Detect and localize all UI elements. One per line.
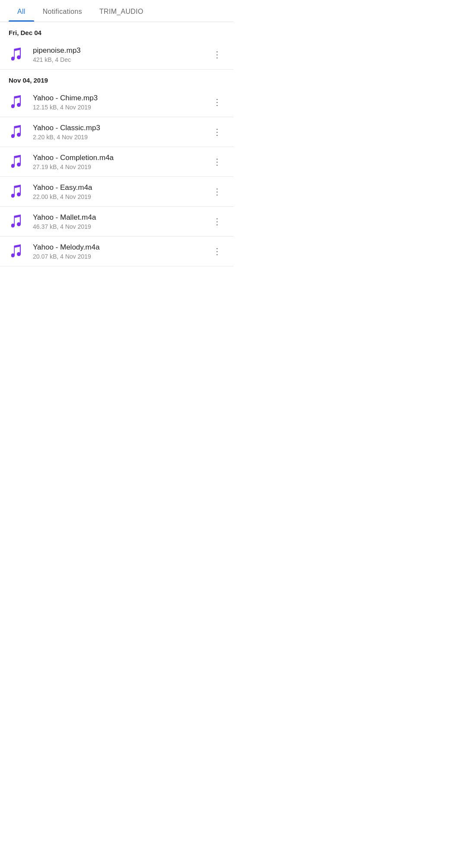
music-note-icon [9,183,26,200]
music-icon-svg [11,48,23,61]
list-item: pipenoise.mp3 421 kB, 4 Dec ⋮ [0,40,234,70]
tab-notifications[interactable]: Notifications [34,0,91,22]
more-options-button[interactable]: ⋮ [209,184,225,199]
music-note-icon [9,46,26,63]
more-options-button[interactable]: ⋮ [209,243,225,259]
file-info: Yahoo - Classic.mp3 2.20 kB, 4 Nov 2019 [33,124,209,141]
more-options-button[interactable]: ⋮ [209,124,225,140]
list-item: Yahoo - Melody.m4a 20.07 kB, 4 Nov 2019 … [0,237,234,266]
list-item: Yahoo - Completion.m4a 27.19 kB, 4 Nov 2… [0,147,234,177]
tab-trim-audio[interactable]: TRIM_AUDIO [91,0,152,22]
music-icon-svg [11,215,23,228]
music-note-icon [9,213,26,230]
music-note-icon [9,123,26,141]
more-options-button[interactable]: ⋮ [209,214,225,229]
file-info: Yahoo - Completion.m4a 27.19 kB, 4 Nov 2… [33,154,209,170]
music-icon-svg [11,125,23,139]
file-meta: 22.00 kB, 4 Nov 2019 [33,193,209,200]
file-name: Yahoo - Classic.mp3 [33,124,209,132]
music-icon-svg [11,95,23,109]
file-meta: 2.20 kB, 4 Nov 2019 [33,134,209,141]
file-name: pipenoise.mp3 [33,46,209,55]
file-name: Yahoo - Mallet.m4a [33,213,209,222]
file-info: pipenoise.mp3 421 kB, 4 Dec [33,46,209,63]
file-info: Yahoo - Melody.m4a 20.07 kB, 4 Nov 2019 [33,243,209,260]
file-meta: 46.37 kB, 4 Nov 2019 [33,223,209,230]
music-note-icon [9,93,26,111]
file-name: Yahoo - Chime.mp3 [33,94,209,102]
file-info: Yahoo - Easy.m4a 22.00 kB, 4 Nov 2019 [33,183,209,200]
music-note-icon [9,153,26,170]
file-meta: 27.19 kB, 4 Nov 2019 [33,163,209,170]
list-item: Yahoo - Easy.m4a 22.00 kB, 4 Nov 2019 ⋮ [0,177,234,207]
file-name: Yahoo - Completion.m4a [33,154,209,162]
date-header-fri-dec-04: Fri, Dec 04 [0,22,234,40]
list-item: Yahoo - Mallet.m4a 46.37 kB, 4 Nov 2019 … [0,207,234,237]
date-header-nov-04-2019: Nov 04, 2019 [0,70,234,87]
more-options-button[interactable]: ⋮ [209,154,225,170]
file-info: Yahoo - Mallet.m4a 46.37 kB, 4 Nov 2019 [33,213,209,230]
more-options-button[interactable]: ⋮ [209,94,225,110]
file-info: Yahoo - Chime.mp3 12.15 kB, 4 Nov 2019 [33,94,209,111]
music-note-icon [9,243,26,260]
more-options-button[interactable]: ⋮ [209,47,225,62]
music-icon-svg [11,185,23,199]
music-icon-svg [11,155,23,169]
tab-notifications-label: Notifications [43,8,82,15]
file-name: Yahoo - Easy.m4a [33,183,209,192]
tab-all-label: All [17,8,26,15]
tab-trim-audio-label: TRIM_AUDIO [99,8,144,15]
file-name: Yahoo - Melody.m4a [33,243,209,252]
music-icon-svg [11,244,23,258]
file-meta: 20.07 kB, 4 Nov 2019 [33,253,209,260]
file-meta: 421 kB, 4 Dec [33,56,209,63]
file-meta: 12.15 kB, 4 Nov 2019 [33,104,209,111]
tab-all[interactable]: All [9,0,34,22]
tab-bar: All Notifications TRIM_AUDIO [0,0,234,22]
list-item: Yahoo - Classic.mp3 2.20 kB, 4 Nov 2019 … [0,117,234,147]
list-item: Yahoo - Chime.mp3 12.15 kB, 4 Nov 2019 ⋮ [0,87,234,117]
